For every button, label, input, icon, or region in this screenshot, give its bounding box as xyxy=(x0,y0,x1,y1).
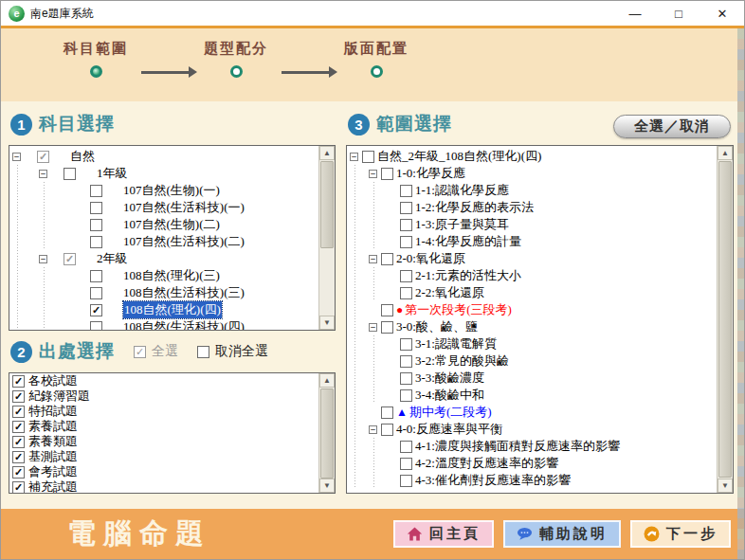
range-tree-node[interactable]: −2-2:氧化還原 xyxy=(347,284,717,301)
node-checkbox[interactable] xyxy=(400,372,412,385)
node-checkbox[interactable] xyxy=(400,202,412,214)
item-checkbox[interactable]: ✓ xyxy=(12,375,25,388)
range-tree-node[interactable]: −3-1:認識電解質 xyxy=(347,335,717,352)
node-checkbox[interactable] xyxy=(400,219,412,231)
scroll-down-button[interactable]: ▼ xyxy=(319,316,335,330)
source-item[interactable]: ✓素養類題 xyxy=(9,434,318,449)
subject-tree-node[interactable]: −107自然(生物)(一) xyxy=(9,182,318,199)
node-checkbox[interactable] xyxy=(400,475,412,487)
source-item[interactable]: ✓各校試題 xyxy=(9,373,318,388)
range-tree-node[interactable]: −2-1:元素的活性大小 xyxy=(347,267,717,284)
node-checkbox[interactable]: ✓ xyxy=(64,253,76,265)
source-item[interactable]: ✓紀錄簿習題 xyxy=(9,388,318,404)
range-tree-node[interactable]: −1-3:原子量與莫耳 xyxy=(347,216,717,233)
help-button[interactable]: 輔助說明 xyxy=(503,520,621,548)
node-checkbox[interactable]: ✓ xyxy=(90,304,102,316)
range-tree-node[interactable]: −1-0:化學反應 xyxy=(347,165,717,182)
range-tree-node[interactable]: −1-2:化學反應的表示法 xyxy=(347,199,717,216)
node-checkbox[interactable] xyxy=(400,185,412,197)
scrollbar-thumb[interactable] xyxy=(718,161,732,478)
node-checkbox[interactable] xyxy=(400,287,412,299)
scrollbar-thumb[interactable] xyxy=(320,161,334,248)
scrollbar-thumb[interactable] xyxy=(320,388,334,479)
node-checkbox[interactable] xyxy=(381,304,393,316)
range-tree-node[interactable]: −3-2:常見的酸與鹼 xyxy=(347,352,717,370)
node-checkbox[interactable] xyxy=(90,219,102,231)
range-tree-node[interactable]: −4-3:催化劑對反應速率的影響 xyxy=(347,472,717,489)
subject-tree-node[interactable]: −107自然(生物)(二) xyxy=(9,216,318,233)
subject-tree-node[interactable]: −1年級 xyxy=(9,165,318,182)
node-checkbox[interactable] xyxy=(381,321,393,334)
node-checkbox[interactable]: ✓ xyxy=(37,151,49,163)
collapse-expander-icon[interactable]: − xyxy=(39,255,47,263)
node-checkbox[interactable] xyxy=(90,321,102,331)
item-checkbox[interactable]: ✓ xyxy=(12,421,25,433)
scroll-up-button[interactable]: ▲ xyxy=(718,146,733,160)
node-checkbox[interactable] xyxy=(90,202,102,214)
subject-tree-node[interactable]: −107自然(生活科技)(一) xyxy=(9,199,318,216)
item-checkbox[interactable]: ✓ xyxy=(12,466,25,479)
subject-tree-node[interactable]: −107自然(生活科技)(二) xyxy=(9,233,318,250)
collapse-expander-icon[interactable]: − xyxy=(12,153,21,161)
select-all-toggle-button[interactable]: 全選／取消 xyxy=(613,115,731,138)
minimize-button[interactable]: — xyxy=(613,1,657,26)
select-all-checkbox[interactable]: ✓ 全選 xyxy=(134,343,178,360)
node-checkbox[interactable] xyxy=(362,151,374,163)
scroll-down-button[interactable]: ▼ xyxy=(718,479,733,493)
node-checkbox[interactable] xyxy=(90,287,102,299)
source-item[interactable]: ✓補充試題 xyxy=(9,479,318,493)
range-tree-node[interactable]: −4-2:溫度對反應速率的影響 xyxy=(347,455,717,472)
source-item[interactable]: ✓特招試題 xyxy=(9,404,318,419)
node-checkbox[interactable] xyxy=(381,253,393,265)
maximize-button[interactable]: □ xyxy=(657,1,700,26)
step-2[interactable]: 題型配分 xyxy=(191,40,282,78)
subject-tree-node[interactable]: −108自然(理化)(三) xyxy=(9,267,318,284)
collapse-expander-icon[interactable]: − xyxy=(369,425,377,434)
source-item[interactable]: ✓素養試題 xyxy=(9,419,318,434)
scroll-up-button[interactable]: ▲ xyxy=(319,373,335,388)
scrollbar[interactable]: ▲ ▼ xyxy=(717,146,733,493)
range-tree-node[interactable]: −3-3:酸鹼濃度 xyxy=(347,370,717,387)
next-button[interactable]: 下一步 xyxy=(630,520,731,548)
node-checkbox[interactable] xyxy=(400,236,412,248)
node-checkbox[interactable] xyxy=(400,270,412,282)
range-tree-node[interactable]: −3-0:酸、鹼、鹽 xyxy=(347,318,717,335)
range-tree-node[interactable]: −自然_2年級_108自然(理化)(四) xyxy=(347,148,717,165)
range-tree-node[interactable]: −1-4:化學反應的計量 xyxy=(347,233,717,250)
node-checkbox[interactable] xyxy=(400,441,412,453)
subject-tree-node[interactable]: −✓2年級 xyxy=(9,250,318,267)
range-tree-node[interactable]: −4-1:濃度與接觸面積對反應速率的影響 xyxy=(347,438,717,455)
home-button[interactable]: 回主頁 xyxy=(393,520,494,548)
scroll-down-button[interactable]: ▼ xyxy=(319,479,335,493)
range-tree-node[interactable]: −4-0:反應速率與平衡 xyxy=(347,421,717,438)
scrollbar[interactable]: ▲ ▼ xyxy=(318,373,335,493)
node-checkbox[interactable] xyxy=(64,168,76,180)
node-checkbox[interactable] xyxy=(400,458,412,470)
collapse-expander-icon[interactable]: − xyxy=(350,153,358,161)
node-checkbox[interactable] xyxy=(381,424,393,436)
collapse-expander-icon[interactable]: − xyxy=(369,170,377,178)
step-1[interactable]: 科目範圍 xyxy=(50,40,141,78)
deselect-all-checkbox[interactable]: 取消全選 xyxy=(197,343,268,360)
source-item[interactable]: ✓基測試題 xyxy=(9,449,318,464)
node-checkbox[interactable] xyxy=(90,185,102,197)
node-checkbox[interactable] xyxy=(400,338,412,351)
node-checkbox[interactable] xyxy=(381,406,393,419)
scrollbar[interactable]: ▲ ▼ xyxy=(318,146,335,330)
step-3[interactable]: 版面配置 xyxy=(331,40,422,78)
subject-tree-node[interactable]: −✓自然 xyxy=(9,148,318,165)
subject-tree-node[interactable]: −108自然(生活科技)(三) xyxy=(9,284,318,301)
node-checkbox[interactable] xyxy=(400,355,412,368)
node-checkbox[interactable] xyxy=(400,389,412,402)
subject-tree-node[interactable]: −108自然(生活科技)(四) xyxy=(9,318,318,330)
range-tree-node[interactable]: −▲期中考(二段考) xyxy=(347,404,717,421)
item-checkbox[interactable]: ✓ xyxy=(12,436,25,448)
range-tree-node[interactable]: −1-1:認識化學反應 xyxy=(347,182,717,199)
scroll-up-button[interactable]: ▲ xyxy=(319,146,335,160)
range-tree-node[interactable]: −●第一次段考(三段考) xyxy=(347,301,717,318)
item-checkbox[interactable]: ✓ xyxy=(12,451,25,463)
item-checkbox[interactable]: ✓ xyxy=(12,481,25,494)
node-checkbox[interactable] xyxy=(90,270,102,282)
node-checkbox[interactable] xyxy=(90,236,102,248)
collapse-expander-icon[interactable]: − xyxy=(369,255,377,263)
